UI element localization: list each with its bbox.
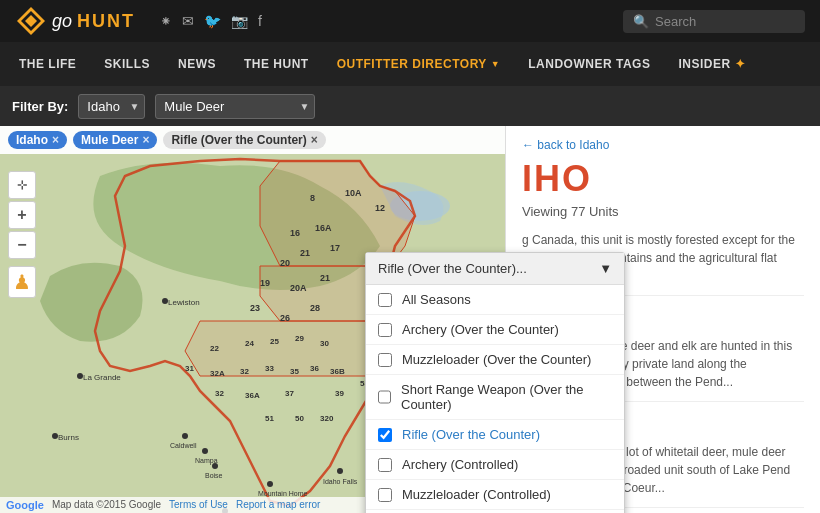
dropdown-header-label: Rifle (Over the Counter)...	[378, 261, 527, 276]
state-title: HO	[534, 158, 592, 200]
map-controls: ⊹ + − ♟	[8, 171, 36, 298]
map-compass-button[interactable]: ⊹	[8, 171, 36, 199]
dropdown-item-label: Rifle (Over the Counter)	[402, 427, 540, 442]
dropdown-checkbox-muzzleloader-otc[interactable]	[378, 353, 392, 367]
logo-diamond-icon	[15, 5, 47, 37]
filter-bar: Filter By: Idaho Mule Deer	[0, 86, 820, 126]
svg-point-19	[267, 481, 273, 487]
svg-text:19: 19	[260, 278, 270, 288]
dropdown-item-archery-otc[interactable]: Archery (Over the Counter)	[366, 315, 624, 345]
nav-item-the-life[interactable]: THE LIFE	[5, 42, 90, 86]
state-filter-wrapper: Idaho	[78, 94, 145, 119]
svg-text:320: 320	[320, 414, 334, 423]
back-link[interactable]: ← back to Idaho	[522, 138, 804, 152]
dropdown-item-label: Muzzleloader (Over the Counter)	[402, 352, 591, 367]
dropdown-item-muzzleloader-otc[interactable]: Muzzleloader (Over the Counter)	[366, 345, 624, 375]
map-street-view-button[interactable]: ♟	[8, 266, 36, 298]
nav-item-insider[interactable]: INSIDER ✦	[664, 42, 759, 86]
email-icon[interactable]: ✉	[182, 13, 194, 29]
tag-mule-deer-close-icon[interactable]: ×	[142, 133, 149, 147]
nav-item-the-hunt[interactable]: THE HUNT	[230, 42, 323, 86]
rss-icon[interactable]: ⁕	[160, 13, 172, 29]
svg-text:30: 30	[320, 339, 329, 348]
logo-go-text: go	[52, 11, 72, 32]
map-zoom-in-button[interactable]: +	[8, 201, 36, 229]
svg-point-17	[337, 468, 343, 474]
map-report-link[interactable]: Report a map error	[236, 499, 320, 511]
logo[interactable]: go HUNT	[15, 5, 135, 37]
dropdown-item-archery-controlled[interactable]: Archery (Controlled)	[366, 450, 624, 480]
svg-text:16A: 16A	[315, 223, 332, 233]
map-zoom-out-button[interactable]: −	[8, 231, 36, 259]
svg-text:Mountain Home: Mountain Home	[258, 490, 308, 497]
svg-text:Caldwell: Caldwell	[170, 442, 197, 449]
main-content: Idaho × Mule Deer × Rifle (Over the Coun…	[0, 126, 820, 513]
search-input[interactable]	[655, 14, 795, 29]
dropdown-item-srw-otc[interactable]: Short Range Weapon (Over the Counter)	[366, 375, 624, 420]
nav-item-skills[interactable]: SKILLS	[90, 42, 164, 86]
twitter-icon[interactable]: 🐦	[204, 13, 221, 29]
insider-star-icon: ✦	[735, 57, 746, 71]
svg-text:37: 37	[285, 389, 294, 398]
nav-item-outfitter-directory[interactable]: OUTFITTER DIRECTORY ▼	[323, 42, 515, 86]
svg-text:26: 26	[280, 313, 290, 323]
svg-text:Idaho Falls: Idaho Falls	[323, 478, 358, 485]
map-data-text: Map data ©2015 Google	[52, 499, 161, 511]
svg-text:36: 36	[310, 364, 319, 373]
search-bar[interactable]: 🔍	[623, 10, 805, 33]
tag-rifle[interactable]: Rifle (Over the Counter) ×	[163, 131, 325, 149]
dropdown-checkbox-archery-controlled[interactable]	[378, 458, 392, 472]
svg-text:16: 16	[290, 228, 300, 238]
dropdown-header[interactable]: Rifle (Over the Counter)... ▼	[366, 253, 624, 285]
svg-text:Lewiston: Lewiston	[168, 298, 200, 307]
dropdown-checkbox-rifle-otc[interactable]	[378, 428, 392, 442]
svg-text:50: 50	[295, 414, 304, 423]
svg-text:Boise: Boise	[205, 472, 223, 479]
tags-bar: Idaho × Mule Deer × Rifle (Over the Coun…	[0, 126, 505, 154]
tag-rifle-close-icon[interactable]: ×	[311, 133, 318, 147]
svg-text:20: 20	[280, 258, 290, 268]
season-dropdown: Rifle (Over the Counter)... ▼ All Season…	[365, 252, 625, 513]
svg-text:33: 33	[265, 364, 274, 373]
tag-mule-deer[interactable]: Mule Deer ×	[73, 131, 157, 149]
svg-text:32: 32	[240, 367, 249, 376]
svg-text:Burns: Burns	[58, 433, 79, 442]
svg-text:39: 39	[335, 389, 344, 398]
dropdown-item-label: Muzzleloader (Controlled)	[402, 487, 551, 502]
species-filter-select[interactable]: Mule Deer	[155, 94, 315, 119]
dropdown-item-muzzleloader-controlled[interactable]: Muzzleloader (Controlled)	[366, 480, 624, 510]
dropdown-checkbox-srw-otc[interactable]	[378, 390, 391, 404]
svg-text:36A: 36A	[245, 391, 260, 400]
svg-text:20A: 20A	[290, 283, 307, 293]
svg-text:31: 31	[185, 364, 194, 373]
dropdown-checkbox-all-seasons[interactable]	[378, 293, 392, 307]
dropdown-item-label: Short Range Weapon (Over the Counter)	[401, 382, 612, 412]
dropdown-collapse-icon: ▼	[599, 261, 612, 276]
logo-hunt-text: HUNT	[77, 11, 135, 32]
dropdown-item-label: Archery (Over the Counter)	[402, 322, 559, 337]
svg-text:29: 29	[295, 334, 304, 343]
state-filter-select[interactable]: Idaho	[78, 94, 145, 119]
dropdown-item-all-seasons[interactable]: All Seasons	[366, 285, 624, 315]
svg-text:25: 25	[270, 337, 279, 346]
tag-idaho[interactable]: Idaho ×	[8, 131, 67, 149]
dropdown-checkbox-archery-otc[interactable]	[378, 323, 392, 337]
svg-text:32A: 32A	[210, 369, 225, 378]
search-icon: 🔍	[633, 14, 649, 29]
nav-item-landowner-tags[interactable]: LANDOWNER TAGS	[514, 42, 664, 86]
google-logo: Google	[6, 499, 44, 511]
instagram-icon[interactable]: 📷	[231, 13, 248, 29]
svg-text:21: 21	[320, 273, 330, 283]
tag-idaho-close-icon[interactable]: ×	[52, 133, 59, 147]
dropdown-checkbox-muzzleloader-controlled[interactable]	[378, 488, 392, 502]
svg-text:23: 23	[250, 303, 260, 313]
svg-text:La Grande: La Grande	[83, 373, 121, 382]
nav-item-news[interactable]: NEWS	[164, 42, 230, 86]
svg-text:17: 17	[330, 243, 340, 253]
svg-point-15	[212, 463, 218, 469]
map-terms-link[interactable]: Terms of Use	[169, 499, 228, 511]
species-filter-wrapper: Mule Deer	[155, 94, 315, 119]
svg-text:24: 24	[245, 339, 254, 348]
facebook-icon[interactable]: f	[258, 13, 262, 29]
dropdown-item-rifle-otc[interactable]: Rifle (Over the Counter)	[366, 420, 624, 450]
